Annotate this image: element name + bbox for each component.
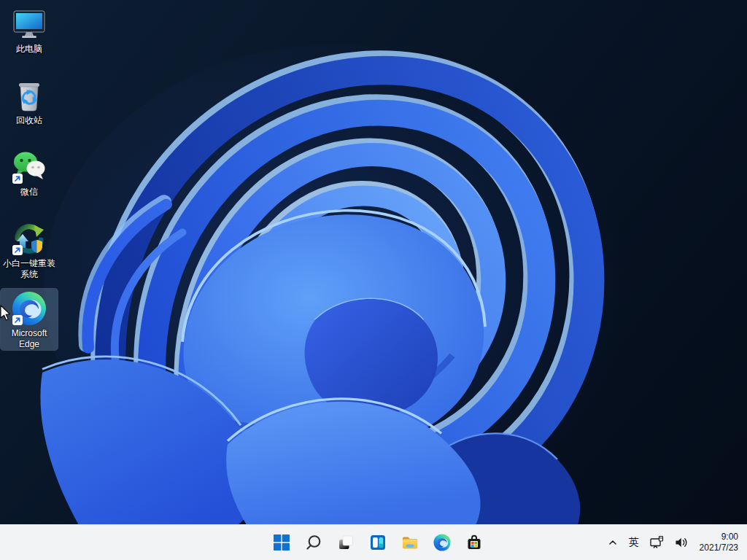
task-view-icon [337,534,355,551]
network-button[interactable] [646,529,669,556]
search-button[interactable] [299,528,328,557]
ethernet-icon [649,535,665,550]
xiaobai-reinstall-icon [12,221,47,256]
task-view-button[interactable] [331,528,360,557]
this-pc-icon [12,7,47,42]
speaker-icon [674,535,689,550]
ime-indicator[interactable]: 英 [624,529,644,556]
system-tray: 英 9:00 2021/7/23 [603,525,747,560]
taskbar: 英 9:00 2021/7/23 [0,524,747,560]
desktop-icon-xiaobai-reinstall[interactable]: 小白一键重装系统 [1,219,58,280]
start-button[interactable] [267,528,296,557]
store-button[interactable] [460,528,489,557]
clock-date: 2021/7/23 [700,542,738,553]
edge-icon [433,534,451,551]
wechat-icon [12,149,47,184]
volume-button[interactable] [670,529,692,556]
widgets-button[interactable] [363,528,392,557]
shortcut-arrow-icon [12,315,23,325]
edge-button[interactable] [427,528,457,557]
desktop-icon-recycle-bin[interactable]: 回收站 [1,76,58,126]
search-icon [305,534,322,551]
recycle-bin-icon [12,78,47,113]
shortcut-arrow-icon [12,174,23,184]
tray-expand-button[interactable] [603,529,622,556]
windows-start-icon [273,534,290,551]
wallpaper-bloom [0,0,747,525]
icon-label: 微信 [20,187,38,198]
chevron-up-icon [607,537,619,548]
file-explorer-button[interactable] [395,528,425,557]
shortcut-arrow-icon [12,245,23,255]
icon-label: 回收站 [16,115,42,126]
icon-label: Microsoft Edge [1,328,58,350]
icon-label: 小白一键重装系统 [1,258,58,280]
microsoft-store-icon [465,534,483,551]
icon-label: 此电脑 [16,44,42,55]
desktop-icon-this-pc[interactable]: 此电脑 [1,4,58,55]
clock-time: 9:00 [700,532,738,542]
taskbar-center-buttons [267,528,489,557]
widgets-icon [369,534,387,551]
clock[interactable]: 9:00 2021/7/23 [700,532,738,553]
desktop[interactable]: 此电脑 回收站 [0,0,747,525]
desktop-icon-microsoft-edge[interactable]: Microsoft Edge [1,289,58,350]
folder-icon [401,534,419,551]
edge-icon [12,291,47,326]
desktop-icon-wechat[interactable]: 微信 [1,147,58,198]
